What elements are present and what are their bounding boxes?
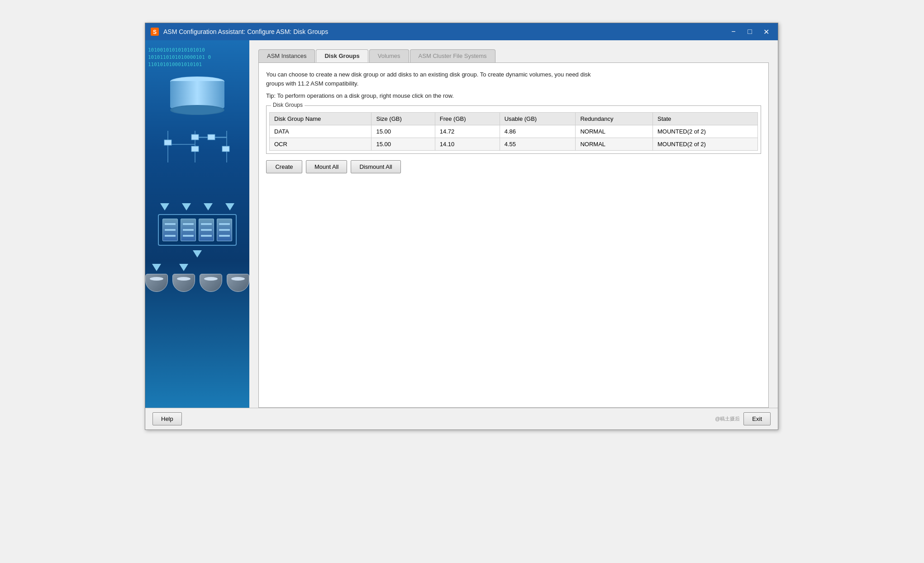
- cell-redundancy-0: NORMAL: [576, 125, 653, 138]
- svg-rect-8: [191, 134, 199, 140]
- tab-asm-cluster-file-systems[interactable]: ASM Cluster File Systems: [410, 49, 495, 62]
- title-bar: S ASM Configuration Assistant: Configure…: [145, 23, 778, 40]
- svg-text:S: S: [153, 29, 157, 35]
- watermark-text: @稿土摄后: [715, 415, 740, 422]
- col-header-name: Disk Group Name: [270, 113, 372, 125]
- disk-units: [145, 263, 249, 292]
- close-button[interactable]: ✕: [759, 26, 773, 38]
- tab-asm-instances[interactable]: ASM Instances: [258, 49, 315, 62]
- cell-free-0: 14.72: [435, 125, 500, 138]
- col-header-redundancy: Redundancy: [576, 113, 653, 125]
- tab-disk-groups[interactable]: Disk Groups: [316, 49, 368, 62]
- minimize-button[interactable]: −: [726, 26, 741, 38]
- svg-rect-10: [208, 134, 215, 140]
- bottom-bar: Help @稿土摄后 Exit: [145, 408, 778, 429]
- tip-text: Tip: To perform operations on a disk gro…: [266, 92, 761, 99]
- cell-usable-1: 4.55: [500, 138, 576, 151]
- col-header-free: Free (GB): [435, 113, 500, 125]
- mount-all-button[interactable]: Mount All: [306, 160, 347, 173]
- main-content: ASM Instances Disk Groups Volumes ASM Cl…: [249, 40, 778, 408]
- col-header-size: Size (GB): [372, 113, 435, 125]
- arrow-to-disks: [193, 250, 202, 258]
- disk-groups-panel: Disk Groups Disk Group Name Size (GB) Fr…: [266, 105, 761, 154]
- maximize-button[interactable]: □: [743, 26, 757, 38]
- tab-bar: ASM Instances Disk Groups Volumes ASM Cl…: [258, 49, 769, 62]
- cell-state-0: MOUNTED(2 of 2): [653, 125, 757, 138]
- app-icon: S: [150, 27, 160, 37]
- cell-usable-0: 4.86: [500, 125, 576, 138]
- exit-button[interactable]: Exit: [743, 412, 771, 425]
- description-text: You can choose to create a new disk grou…: [266, 70, 761, 88]
- circuit-diagram: [154, 126, 240, 199]
- svg-rect-9: [191, 146, 199, 152]
- cell-name-1: OCR: [270, 138, 372, 151]
- cell-free-1: 14.10: [435, 138, 500, 151]
- cell-state-1: MOUNTED(2 of 2): [653, 138, 757, 151]
- cell-size-1: 15.00: [372, 138, 435, 151]
- disk-groups-table: Disk Group Name Size (GB) Free (GB) Usab…: [269, 112, 758, 151]
- svg-rect-7: [164, 140, 171, 145]
- arrows: [160, 203, 234, 210]
- window-controls: − □ ✕: [726, 26, 773, 38]
- dismount-all-button[interactable]: Dismount All: [351, 160, 400, 173]
- sidebar-graphic: [145, 76, 249, 292]
- sidebar-binary-text: 1010010101010101010 1010110101010000101 …: [145, 45, 249, 70]
- tab-volumes[interactable]: Volumes: [369, 49, 409, 62]
- cell-name-0: DATA: [270, 125, 372, 138]
- disk-groups-legend: Disk Groups: [271, 102, 305, 108]
- table-row[interactable]: DATA15.0014.724.86NORMALMOUNTED(2 of 2): [270, 125, 758, 138]
- content-area: You can choose to create a new disk grou…: [258, 62, 769, 408]
- create-button[interactable]: Create: [266, 160, 302, 173]
- server-boxes: [158, 214, 237, 246]
- cell-redundancy-1: NORMAL: [576, 138, 653, 151]
- cell-size-0: 15.00: [372, 125, 435, 138]
- main-window: S ASM Configuration Assistant: Configure…: [145, 23, 778, 430]
- sidebar: 1010010101010101010 1010110101010000101 …: [145, 40, 249, 408]
- window-body: 1010010101010101010 1010110101010000101 …: [145, 40, 778, 408]
- svg-rect-11: [222, 146, 229, 152]
- action-buttons: Create Mount All Dismount All: [266, 154, 761, 180]
- help-button[interactable]: Help: [152, 412, 182, 425]
- col-header-usable: Usable (GB): [500, 113, 576, 125]
- bottom-bar-right: @稿土摄后 Exit: [715, 412, 771, 425]
- database-icon: [170, 76, 224, 113]
- table-row[interactable]: OCR15.0014.104.55NORMALMOUNTED(2 of 2): [270, 138, 758, 151]
- window-title: ASM Configuration Assistant: Configure A…: [163, 28, 726, 35]
- col-header-state: State: [653, 113, 757, 125]
